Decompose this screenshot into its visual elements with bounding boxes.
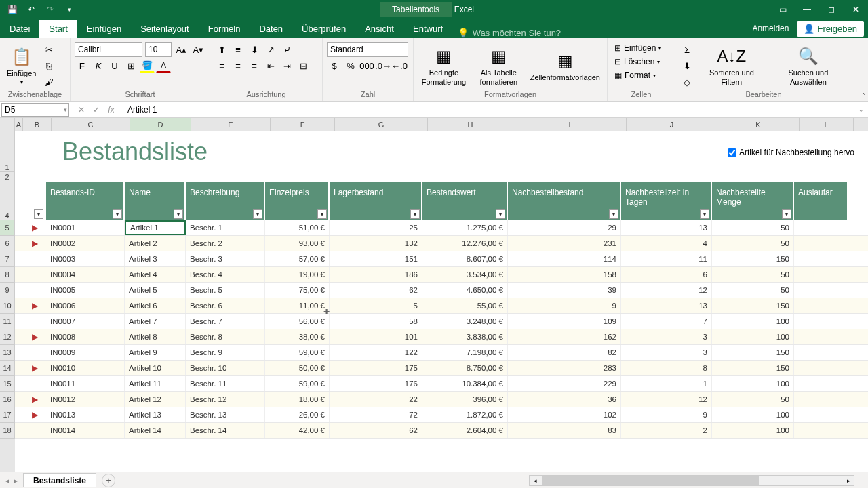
cell-value[interactable]: 1.872,00 €	[422, 407, 508, 422]
cell-name[interactable]: Artikel 8	[125, 329, 186, 344]
insert-cells-button[interactable]: ⊞Einfügen▾	[612, 42, 671, 54]
cell-qty[interactable]: 50	[712, 283, 794, 298]
tab-page-layout[interactable]: Seitenlayout	[131, 20, 199, 38]
table-row[interactable]: ▶ IN0013 Artikel 13 Beschr. 13 26,00 € 7…	[15, 407, 868, 423]
filter-value-icon[interactable]: ▾	[496, 209, 505, 219]
th-name[interactable]: Name▾	[125, 182, 186, 220]
cell-name[interactable]: Artikel 10	[125, 361, 186, 375]
cell-id[interactable]: IN0008	[46, 329, 125, 344]
cell-price[interactable]: 26,00 €	[265, 407, 330, 422]
clear-button[interactable]: ◇	[679, 75, 694, 90]
row-header-2[interactable]: 2	[0, 172, 15, 182]
cell-price[interactable]: 56,00 €	[265, 314, 330, 329]
increase-decimal-button[interactable]: .0→	[376, 58, 391, 73]
cell-desc[interactable]: Beschr. 11	[186, 376, 265, 391]
cell-value[interactable]: 1.275,00 €	[422, 220, 508, 235]
wrap-text-button[interactable]: ⤶	[279, 42, 294, 57]
table-row[interactable]: IN0009 Artikel 9 Beschr. 9 59,00 € 122 7…	[15, 345, 868, 361]
tell-me-search[interactable]: 💡 Was möchten Sie tun?	[458, 28, 561, 38]
cell-value[interactable]: 3.838,00 €	[422, 329, 508, 344]
decrease-font-button[interactable]: A▾	[191, 42, 205, 57]
decrease-indent-button[interactable]: ⇤	[263, 58, 278, 73]
cell-stock[interactable]: 176	[330, 376, 422, 391]
cell-days[interactable]: 2	[621, 423, 712, 438]
cell-value[interactable]: 2.604,00 €	[422, 423, 508, 438]
tab-file[interactable]: Datei	[0, 20, 39, 38]
cell-stock[interactable]: 22	[330, 392, 422, 407]
cell-qty[interactable]: 100	[712, 423, 794, 438]
delete-cells-button[interactable]: ⊟Löschen▾	[612, 56, 671, 68]
cell-qty[interactable]: 50	[712, 392, 794, 407]
font-color-button[interactable]: A	[156, 58, 171, 73]
number-format-combo[interactable]: Standard	[327, 42, 408, 57]
cancel-formula-icon[interactable]: ✕	[75, 103, 88, 117]
cell-reorder[interactable]: 39	[508, 283, 621, 298]
cell-days[interactable]: 12	[621, 283, 712, 298]
cell-reorder[interactable]: 229	[508, 376, 621, 391]
cell-id[interactable]: IN0002	[46, 236, 125, 251]
fill-color-button[interactable]: 🪣	[140, 58, 155, 73]
decrease-decimal-button[interactable]: ←.0	[392, 58, 407, 73]
cell-name[interactable]: Artikel 9	[125, 345, 186, 360]
cell-stock[interactable]: 132	[330, 236, 422, 251]
conditional-format-button[interactable]: ▦Bedingte Formatierung	[418, 44, 470, 87]
maximize-icon[interactable]: ◻	[819, 0, 844, 19]
increase-indent-button[interactable]: ⇥	[279, 58, 294, 73]
filter-qty-icon[interactable]: ▾	[782, 209, 791, 219]
cell-price[interactable]: 42,00 €	[265, 423, 330, 438]
cell-value[interactable]: 12.276,00 €	[422, 236, 508, 251]
cell-value[interactable]: 10.384,00 €	[422, 376, 508, 391]
reorder-checkbox-input[interactable]	[728, 148, 736, 157]
col-header-h[interactable]: H	[428, 118, 513, 131]
cell-disc[interactable]	[794, 298, 848, 313]
cell-name[interactable]: Artikel 5	[125, 283, 186, 298]
cell-reorder[interactable]: 83	[508, 423, 621, 438]
cell-reorder[interactable]: 283	[508, 361, 621, 375]
cell-stock[interactable]: 25	[330, 220, 422, 235]
tab-review[interactable]: Überprüfen	[292, 20, 355, 38]
cell-qty[interactable]: 100	[712, 329, 794, 344]
copy-button[interactable]: ⎘	[41, 59, 56, 74]
cell-qty[interactable]: 100	[712, 376, 794, 391]
tab-formulas[interactable]: Formeln	[199, 20, 250, 38]
cell-price[interactable]: 59,00 €	[265, 345, 330, 360]
cell-name[interactable]: Artikel 6	[125, 298, 186, 313]
table-row[interactable]: IN0014 Artikel 14 Beschr. 14 42,00 € 62 …	[15, 423, 868, 439]
format-cells-button[interactable]: ▦Format▾	[612, 69, 671, 81]
th-flag[interactable]: ▾	[23, 182, 46, 220]
merge-button[interactable]: ⊟	[296, 58, 311, 73]
cell-value[interactable]: 8.750,00 €	[422, 361, 508, 375]
cell-days[interactable]: 6	[621, 267, 712, 282]
cell-qty[interactable]: 100	[712, 407, 794, 422]
fx-icon[interactable]: fx	[104, 103, 118, 117]
cell-days[interactable]: 13	[621, 220, 712, 235]
row-header-7[interactable]: 7	[0, 251, 15, 267]
table-row[interactable]: ▶ IN0012 Artikel 12 Beschr. 12 18,00 € 2…	[15, 392, 868, 407]
expand-formula-icon[interactable]: ⌄	[854, 106, 868, 113]
align-left-button[interactable]: ≡	[214, 58, 229, 73]
cell-reorder[interactable]: 102	[508, 407, 621, 422]
table-row[interactable]: ▶ IN0002 Artikel 2 Beschr. 2 93,00 € 132…	[15, 236, 868, 251]
cell-desc[interactable]: Beschr. 12	[186, 392, 265, 407]
reorder-highlight-checkbox[interactable]: Artikel für Nachbestellung hervo	[728, 148, 854, 157]
cell-desc[interactable]: Beschr. 13	[186, 407, 265, 422]
tab-scroll-right-icon[interactable]: ▸	[14, 476, 18, 485]
table-row[interactable]: ▶ IN0006 Artikel 6 Beschr. 6 11,00 € 5 5…	[15, 298, 868, 314]
cell-price[interactable]: 19,00 €	[265, 267, 330, 282]
cell-id[interactable]: IN0005	[46, 283, 125, 298]
cell-reorder[interactable]: 231	[508, 236, 621, 251]
filter-days-icon[interactable]: ▾	[700, 209, 709, 219]
cell-desc[interactable]: Beschr. 8	[186, 329, 265, 344]
th-price[interactable]: Einzelpreis▾	[265, 182, 330, 220]
table-row[interactable]: IN0005 Artikel 5 Beschr. 5 75,00 € 62 4.…	[15, 283, 868, 298]
scroll-thumb[interactable]	[542, 476, 759, 485]
cell-stock[interactable]: 72	[330, 407, 422, 422]
row-header-17[interactable]: 17	[0, 407, 15, 423]
col-header-c[interactable]: C	[52, 118, 130, 131]
row-header-13[interactable]: 13	[0, 345, 15, 361]
cut-button[interactable]: ✂	[41, 43, 56, 58]
cell-id[interactable]: IN0001	[46, 220, 125, 235]
row-header-12[interactable]: 12	[0, 329, 15, 345]
cell-value[interactable]: 7.198,00 €	[422, 345, 508, 360]
cell-disc[interactable]	[794, 407, 848, 422]
